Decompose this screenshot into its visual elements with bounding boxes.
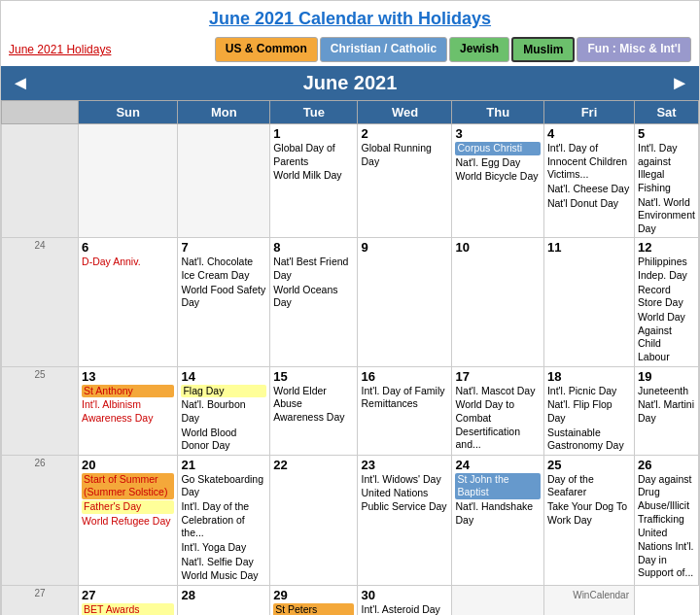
calendar-row: 26 20 Start of Summer (Summer Solstice) … <box>2 455 699 585</box>
week-num: 27 <box>2 585 79 615</box>
holiday: Global Day of Parents <box>273 142 354 168</box>
tab-us-common[interactable]: US & Common <box>215 37 318 62</box>
calendar-row: 27 27 BET Awards Micro/Small/Medium size… <box>2 585 699 615</box>
holiday: World Blood Donor Day <box>181 427 266 453</box>
holiday-bet-awards: BET Awards <box>82 603 174 615</box>
calendar-row: 24 6 D-Day Anniv. 7 Nat'l. Chocolate Ice… <box>2 238 699 366</box>
holiday: World Food Safety Day <box>181 284 266 310</box>
holiday: United Nations Int'l. Day in Support of.… <box>638 527 695 580</box>
day-cell-23: 23 Int'l. Widows' Day United Nations Pub… <box>358 455 452 585</box>
day-cell-5: 5 Int'l. Day against Illegal Fishing Nat… <box>635 124 699 238</box>
holidays-link[interactable]: June 2021 Holidays <box>9 43 111 56</box>
holiday: Nat'l. Egg Day <box>455 156 540 170</box>
holiday: World Refugee Day <box>82 515 174 529</box>
holiday: Day against Drug Abuse/Illicit Trafficki… <box>638 473 695 527</box>
calendar-table: Sun Mon Tue Wed Thu Fri Sat 1 Global Day… <box>1 100 699 615</box>
week-header <box>2 101 79 124</box>
holiday: Nat'l. Cheese Day <box>547 183 631 196</box>
holiday: Day of the Seafarer <box>547 473 631 499</box>
holiday-summer-solstice: Start of Summer (Summer Solstice) <box>82 473 174 499</box>
day-number: 19 <box>638 369 695 384</box>
day-cell-27: 27 BET Awards Micro/Small/Medium sized E… <box>79 585 178 615</box>
day-cell-21: 21 Go Skateboarding Day Int'l. Day of th… <box>178 455 270 585</box>
tab-fun[interactable]: Fun : Misc & Int'l <box>577 37 691 62</box>
calendar-page: June 2021 Calendar with Holidays June 20… <box>0 0 700 615</box>
day-cell-20: 20 Start of Summer (Summer Solstice) Fat… <box>79 455 178 585</box>
holiday-st-john: St John the Baptist <box>455 473 540 499</box>
holiday: World Music Day <box>181 569 266 583</box>
day-number: 17 <box>455 369 540 384</box>
page-title: June 2021 Calendar with Holidays <box>1 1 699 33</box>
holiday: Juneteenth <box>638 385 695 398</box>
empty-cell <box>178 124 270 238</box>
empty-cell: WinCalendar <box>543 585 634 615</box>
month-year-label: June 2021 <box>303 72 398 94</box>
holiday: Int'l. Albinism Awareness Day <box>82 398 174 425</box>
holiday: Int'l. Widows' Day <box>361 473 448 487</box>
tab-christian-catholic[interactable]: Christian / Catholic <box>320 37 447 62</box>
day-cell-24: 24 St John the Baptist Nat'l. Handshake … <box>452 455 543 585</box>
day-cell-25: 25 Day of the Seafarer Take Your Dog To … <box>543 455 634 585</box>
day-cell-15: 15 World Elder Abuse Awareness Day <box>270 366 358 455</box>
day-number: 5 <box>638 126 695 141</box>
day-cell-17: 17 Nat'l. Mascot Day World Day to Combat… <box>452 366 543 455</box>
holiday: World Oceans Day <box>273 284 354 310</box>
holiday: Global Running Day <box>361 142 448 168</box>
day-number: 9 <box>361 240 448 255</box>
empty-cell <box>79 124 178 238</box>
holiday: Int'l. Picnic Day <box>547 385 631 398</box>
holiday: World Elder Abuse Awareness Day <box>273 385 354 425</box>
tab-bar: US & Common Christian / Catholic Jewish … <box>215 37 691 62</box>
day-number: 11 <box>547 240 631 255</box>
week-num: 26 <box>2 455 79 585</box>
holiday: Nat'l. Mascot Day <box>455 385 540 398</box>
tab-jewish[interactable]: Jewish <box>449 37 509 62</box>
tab-muslim[interactable]: Muslim <box>511 37 575 62</box>
day-cell-2: 2 Global Running Day <box>358 124 452 238</box>
calendar-row: 1 Global Day of Parents World Milk Day 2… <box>2 124 699 238</box>
day-number: 26 <box>638 458 695 472</box>
day-number: 28 <box>181 588 266 602</box>
day-cell-13: 13 St Anthony Int'l. Albinism Awareness … <box>79 366 178 455</box>
day-number: 27 <box>82 588 174 602</box>
day-cell-28: 28 <box>178 585 270 615</box>
day-cell-16: 16 Int'l. Day of Family Remittances <box>358 366 452 455</box>
holiday: Take Your Dog To Work Day <box>547 500 631 527</box>
week-num <box>2 124 79 238</box>
day-number: 14 <box>181 369 266 384</box>
header-mon: Mon <box>178 101 270 124</box>
holiday: Philippines Indep. Day <box>638 256 695 282</box>
holiday: Nat'l. World Environment Day <box>638 196 695 236</box>
holiday: Go Skateboarding Day <box>181 473 266 499</box>
holiday: World Day to Combat Desertification and.… <box>455 398 540 452</box>
day-cell-18: 18 Int'l. Picnic Day Nat'l. Flip Flop Da… <box>543 366 634 455</box>
day-number: 4 <box>547 126 631 141</box>
header-tue: Tue <box>270 101 358 124</box>
holiday: United Nations Public Service Day <box>361 487 448 513</box>
month-nav-bar: ◄ June 2021 ► <box>1 66 699 100</box>
day-cell-14: 14 Flag Day Nat'l. Bourbon Day World Blo… <box>178 366 270 455</box>
prev-month-button[interactable]: ◄ <box>11 72 30 94</box>
day-number: 2 <box>361 126 448 141</box>
next-month-button[interactable]: ► <box>670 72 689 94</box>
day-number: 22 <box>273 458 354 472</box>
day-number: 6 <box>82 240 174 255</box>
header-thu: Thu <box>452 101 543 124</box>
day-number: 29 <box>273 588 354 602</box>
day-number: 30 <box>361 588 448 602</box>
day-cell-8: 8 Nat'l Best Friend Day World Oceans Day <box>270 238 358 366</box>
day-number: 23 <box>361 458 448 472</box>
day-number: 25 <box>547 458 631 472</box>
holiday: Int'l. Day of Family Remittances <box>361 385 448 411</box>
calendar-row: 25 13 St Anthony Int'l. Albinism Awarene… <box>2 366 699 455</box>
holiday-flag-day: Flag Day <box>181 385 266 398</box>
day-number: 7 <box>181 240 266 255</box>
day-cell-30: 30 Int'l. Asteroid Day Int'l. Day of Par… <box>358 585 452 615</box>
day-cell-6: 6 D-Day Anniv. <box>79 238 178 366</box>
holiday: Nat'l Best Friend Day <box>273 256 354 282</box>
holiday: Int'l. Asteroid Day <box>361 603 448 615</box>
holiday-st-anthony: St Anthony <box>82 385 174 398</box>
holiday: World Day Against Child Labour <box>638 311 695 364</box>
day-cell-22: 22 <box>270 455 358 585</box>
day-cell-3: 3 Corpus Christi Nat'l. Egg Day World Bi… <box>452 124 543 238</box>
